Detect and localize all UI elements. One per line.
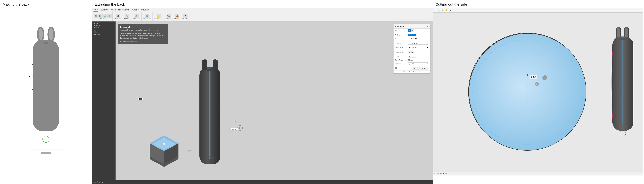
toolbar-select-btn[interactable]: ↖ SELECT ▾ — [182, 14, 188, 20]
dialog-header-controls: ⤢ — [427, 25, 428, 27]
assemble-icon: 🔗 — [134, 14, 139, 18]
main-3d-viewport: Extrude (e) Adds depth to open or closed… — [116, 21, 433, 180]
profiles-clear-btn[interactable]: ✕ — [418, 34, 419, 36]
3d-sketch-area — [142, 133, 186, 170]
dialog-row-start: Start ⊢ Profile Plane — [394, 37, 430, 41]
svg-text:160: 160 — [29, 75, 30, 78]
svg-point-55 — [620, 131, 626, 136]
insert-icon: 📥 — [175, 14, 180, 18]
status-icons: ⊕ ⊙ 🔍 ↺ ↻ ▣ — [94, 182, 103, 183]
dialog-row-operation: Operation 🔗 Join — [394, 62, 430, 66]
tab-utilities[interactable]: UTILITIES — [141, 9, 149, 11]
pan-btn[interactable]: ✋ — [445, 9, 448, 12]
browser-item-3[interactable]: I Viewer — [93, 27, 114, 29]
svg-rect-20 — [100, 15, 101, 17]
dialog-label-profiles: Profiles — [395, 34, 407, 36]
svg-text:🔧: 🔧 — [544, 77, 546, 79]
svg-rect-15 — [95, 15, 96, 16]
configure-label: CONFIGURE ▾ — [143, 18, 152, 20]
type-icons: ⊡ ◷ — [408, 29, 414, 32]
svg-point-7 — [42, 136, 49, 143]
create-label: CREATE ▾ — [100, 18, 106, 20]
tab-solid[interactable]: SOLID — [94, 8, 98, 11]
tab-plastic[interactable]: PLASTIC — [132, 9, 138, 11]
section-extruding: Extruding the back SOLID SURFACE MESH SH… — [92, 0, 433, 184]
browser-item-5[interactable]: orders — [93, 31, 114, 33]
cutting-viewport: ⌂ ⊙ 🔍 ✋ ↻ — [433, 8, 642, 176]
svg-point-4 — [49, 28, 53, 40]
right-arrow-icon: → — [230, 116, 238, 125]
toolbar-inspect-group: 🔍 INSPECT ▾ — [165, 12, 173, 21]
dialog-header-left: EXTRUDE — [395, 25, 405, 27]
browser-item-1[interactable]: entHoo... — [93, 22, 114, 25]
tab-sheetmetal[interactable]: SHEET METAL — [118, 9, 129, 11]
svg-marker-21 — [104, 15, 106, 17]
toolbar-configure-btn[interactable]: ⚙️ CONFIGURE ▾ — [143, 14, 152, 20]
dialog-expand-icon[interactable]: ⤢ — [427, 25, 428, 27]
type-icon-extrude[interactable]: ⊡ — [408, 29, 411, 32]
section-extruding-title: Extruding the back — [92, 0, 128, 8]
tooltip-body-line1: Adds depth to open or closed sketch prof… — [120, 29, 166, 31]
svg-text:⊕: ⊕ — [536, 83, 538, 85]
svg-rect-51 — [622, 39, 623, 124]
toolbar-construct-btn[interactable]: 📐 CONSTRUCT ▾ — [154, 14, 163, 20]
rotate-icon[interactable]: ↻ — [238, 125, 243, 131]
toolbar-configure-group: ⚙️ CONFIGURE ▾ — [142, 12, 153, 21]
bunny-side-view — [608, 26, 637, 158]
direction-select[interactable]: ↔ Symmetric — [408, 42, 428, 44]
distance-input[interactable] — [408, 55, 416, 57]
rotate-btn[interactable]: ↻ — [448, 9, 452, 12]
toolbar-buttons: CREATE ▾ AUTOMATE ▾ ✏️ — [92, 12, 433, 21]
automate-icon — [116, 14, 120, 18]
extent-type-select[interactable]: ⊢ Distance — [408, 46, 428, 49]
toolbar-create-btn[interactable]: CREATE ▾ — [94, 14, 112, 20]
svg-rect-35 — [210, 70, 210, 159]
section-cutting-title: Cutting out the side — [433, 0, 470, 8]
view-btn[interactable]: ⊙ — [438, 9, 441, 12]
measurement-icon-2[interactable]: ⊟ — [411, 50, 414, 53]
dialog-row-type: Type ⊡ ◷ — [394, 28, 430, 33]
dialog-label-direction: Direction — [395, 42, 407, 44]
type-icon-revolve[interactable]: ◷ — [411, 29, 414, 32]
browser-item-2[interactable]: ament Setti... — [93, 25, 114, 27]
zoom-btn[interactable]: 🔍 — [441, 9, 444, 12]
left-browser-panel: entHoo... ament Setti... I Viewer rigin … — [92, 21, 116, 180]
ok-button[interactable]: OK — [412, 67, 419, 70]
svg-point-22 — [108, 15, 110, 17]
dialog-label-start: Start — [395, 38, 407, 40]
select-label: SELECT ▾ — [182, 18, 188, 20]
svg-rect-18 — [96, 16, 97, 17]
info-icon[interactable]: ℹ — [395, 67, 398, 69]
toolbar-assemble-btn[interactable]: 🔗 ASSEMBLE ▾ — [132, 14, 141, 20]
construct-icon: 📐 — [156, 14, 161, 18]
svg-rect-54 — [625, 28, 628, 37]
toolbar-assemble-group: 🔗 ASSEMBLE ▾ — [132, 12, 142, 21]
browser-item-4[interactable]: rigin — [93, 29, 114, 31]
cad-viewport: entHoo... ament Setti... I Viewer rigin … — [92, 21, 433, 180]
create-icon-2 — [98, 14, 103, 18]
profiles-badge[interactable]: 1 selected — [408, 34, 416, 36]
dialog-row-direction: Direction ↔ Symmetric — [394, 41, 430, 45]
measurement-icon-1[interactable]: ⊞ — [408, 50, 411, 53]
browser-item-6[interactable]: seltcting... — [93, 33, 114, 35]
3d-box-svg — [142, 133, 186, 170]
select-icon: ↖ — [183, 14, 188, 18]
dialog-action-row: ℹ OK Cancel — [394, 66, 430, 71]
cancel-button[interactable]: Cancel — [420, 67, 428, 70]
toolbar-inspect-btn[interactable]: 🔍 INSPECT ▾ — [166, 14, 172, 20]
toolbar-insert-btn[interactable]: 📥 INSERT ▾ — [174, 14, 180, 20]
tab-mesh[interactable]: MESH — [111, 9, 116, 11]
home-btn[interactable]: ⌂ — [434, 9, 437, 12]
toolbar-automate-btn[interactable]: AUTOMATE ▾ — [114, 14, 122, 20]
dialog-title: EXTRUDE — [397, 25, 405, 27]
start-select[interactable]: ⊢ Profile Plane — [408, 38, 428, 40]
measurement-icons: ⊞ ⊟ — [408, 50, 414, 53]
cutting-toolbar: ⌂ ⊙ 🔍 ✋ ↻ — [433, 8, 642, 12]
toolbar-select-group: ↖ SELECT ▾ — [182, 12, 189, 21]
operation-select[interactable]: 🔗 Join — [408, 62, 428, 65]
tab-surface[interactable]: SURFACE — [101, 9, 108, 11]
bunny-side-svg — [608, 26, 637, 157]
extrude-dialog: EXTRUDE ⤢ Type ⊡ ◷ — [394, 24, 430, 73]
toolbar-modify-btn[interactable]: ✏️ MODIFY ▾ — [124, 14, 130, 20]
section-cutting: Cutting out the side ⌂ ⊙ 🔍 ✋ ↻ — [433, 0, 642, 184]
